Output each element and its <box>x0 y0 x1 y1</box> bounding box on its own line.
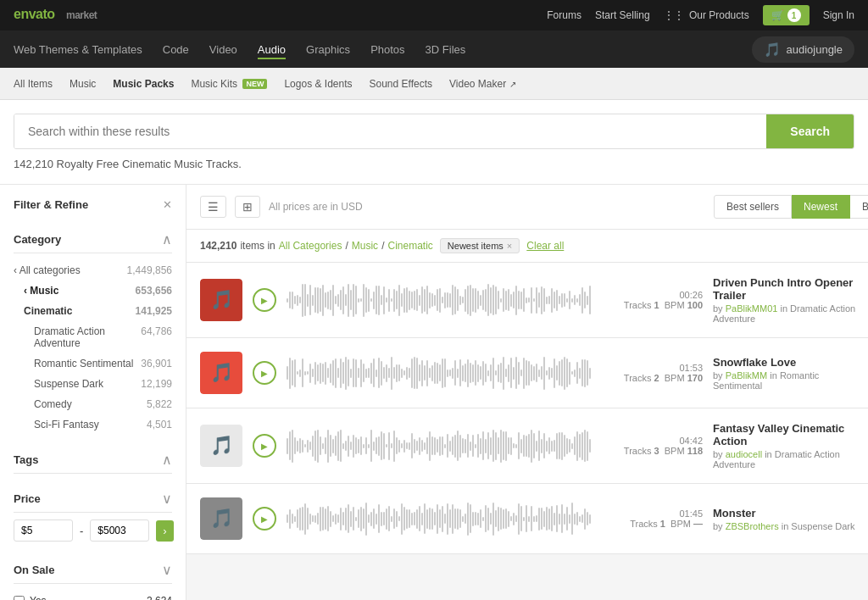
track-item: 🎵 ▶ 01:45 Tracks 1 BPM — Monster by ZBSB… <box>186 484 868 554</box>
track-meta: 04:42 Tracks 3 BPM 118 <box>601 436 703 456</box>
subnav-music[interactable]: Music <box>70 78 96 90</box>
grid-dots-icon: ⋮⋮ <box>664 9 684 21</box>
subnav-logos[interactable]: Logos & Idents <box>284 78 352 90</box>
price-min-input[interactable] <box>14 519 73 542</box>
track-item: 🎵 ▶ 00:26 Tracks 1 BPM 100 Driven Punch … <box>186 263 868 338</box>
sort-newest[interactable]: Newest <box>792 195 850 219</box>
logo-text: envato market <box>14 4 115 27</box>
svg-text:🎵: 🎵 <box>210 507 234 530</box>
on-sale-toggle[interactable]: ∨ <box>162 562 172 578</box>
price-max-input[interactable] <box>90 519 149 542</box>
price-toggle[interactable]: ∨ <box>162 491 172 507</box>
main-nav: Web Themes & Templates Code Video Audio … <box>0 31 868 68</box>
category-dramatic-count: 64,786 <box>141 325 172 349</box>
nav-graphics[interactable]: Graphics <box>306 40 350 59</box>
category-scifi[interactable]: Sci-Fi Fantasy 4,501 <box>14 414 172 435</box>
category-comedy[interactable]: Comedy 5,822 <box>14 394 172 414</box>
sort-best-rated[interactable]: Best rated <box>850 195 868 219</box>
price-title: Price <box>14 492 41 505</box>
play-button[interactable]: ▶ <box>253 288 276 312</box>
nav-video[interactable]: Video <box>209 40 237 59</box>
logo[interactable]: envato market <box>14 4 115 27</box>
audiojungle-label: audiojungle <box>786 43 843 56</box>
track-meta: 00:26 Tracks 1 BPM 100 <box>601 290 703 310</box>
forums-link[interactable]: Forums <box>547 9 581 21</box>
track-author-link[interactable]: PaBlikMM01 <box>726 303 778 314</box>
tags-toggle[interactable]: ∧ <box>162 452 172 468</box>
sign-in-button[interactable]: Sign In <box>823 9 854 21</box>
grid-view-button[interactable]: ⊞ <box>235 196 260 218</box>
category-list: ‹ All categories 1,449,856 ‹ Music 653,6… <box>14 260 172 435</box>
nav-web-themes[interactable]: Web Themes & Templates <box>14 40 142 59</box>
subnav-all-items[interactable]: All Items <box>14 78 53 90</box>
subnav-video-maker[interactable]: Video Maker ↗ <box>449 78 516 90</box>
subnav-music-packs[interactable]: Music Packs <box>113 78 174 90</box>
track-author-link[interactable]: PaBlikMM <box>726 370 768 381</box>
search-input[interactable] <box>14 114 766 148</box>
on-sale-yes-label: Yes <box>30 595 47 600</box>
category-suspense[interactable]: Suspense Dark 12,199 <box>14 374 172 394</box>
track-tracks-bpm: Tracks 1 BPM — <box>601 519 703 529</box>
breadcrumb-sep2: / <box>381 240 384 252</box>
nav-code[interactable]: Code <box>163 40 189 59</box>
track-thumbnail: 🎵 <box>200 425 242 467</box>
svg-text:🎵: 🎵 <box>210 288 234 311</box>
breadcrumb-all-categories[interactable]: All Categories <box>279 240 342 252</box>
category-music[interactable]: ‹ Music 653,656 <box>14 281 172 301</box>
category-cinematic[interactable]: Cinematic 141,925 <box>14 301 172 321</box>
nav-photos[interactable]: Photos <box>370 40 404 59</box>
category-dramatic[interactable]: Dramatic Action Adventure 64,786 <box>14 321 172 353</box>
category-music-count: 653,656 <box>136 285 172 297</box>
play-button[interactable]: ▶ <box>253 434 276 458</box>
clear-all-button[interactable]: Clear all <box>526 240 564 252</box>
breadcrumb-count: 142,210 <box>200 240 236 252</box>
play-button[interactable]: ▶ <box>253 361 276 385</box>
breadcrumb-music[interactable]: Music <box>352 240 378 252</box>
track-author-link[interactable]: ZBSBrothers <box>726 521 779 531</box>
cart-icon: 🛒 <box>771 9 784 21</box>
start-selling-link[interactable]: Start Selling <box>595 9 650 21</box>
list-view-button[interactable]: ☰ <box>200 196 226 218</box>
category-toggle[interactable]: ∧ <box>162 231 172 247</box>
track-title-link[interactable]: Driven Punch Intro Opener Trailer <box>713 276 853 302</box>
on-sale-checkbox[interactable] <box>14 596 25 601</box>
track-author: by PaBlikMM in Romantic Sentimental <box>713 370 865 391</box>
top-bar-right: Forums Start Selling ⋮⋮ Our Products 🛒 1… <box>547 5 854 25</box>
play-button[interactable]: ▶ <box>253 507 276 531</box>
category-scifi-label: Sci-Fi Fantasy <box>34 419 99 431</box>
sort-best-sellers[interactable]: Best sellers <box>714 195 792 219</box>
sort-bar: ☰ ⊞ All prices are in USD Best sellers N… <box>186 185 868 230</box>
track-title-link[interactable]: Fantasy Valley Cinematic Action <box>713 422 844 447</box>
waveform <box>287 425 591 467</box>
waveform <box>287 497 591 540</box>
category-romantic[interactable]: Romantic Sentimental 36,901 <box>14 353 172 374</box>
filter-header: Filter & Refine ✕ <box>14 198 172 211</box>
price-apply-button[interactable]: › <box>156 520 173 542</box>
our-products-link[interactable]: ⋮⋮ Our Products <box>664 9 749 21</box>
category-dramatic-label: Dramatic Action Adventure <box>34 325 141 349</box>
breadcrumb-items-label: items in <box>240 240 275 252</box>
on-sale-title: On Sale <box>14 564 54 576</box>
breadcrumb-cinematic[interactable]: Cinematic <box>387 240 432 252</box>
track-item: 🎵 ▶ 04:42 Tracks 3 BPM 118 Fantasy Valle… <box>186 408 868 484</box>
cart-button[interactable]: 🛒 1 <box>763 5 810 25</box>
subnav-sound-effects[interactable]: Sound Effects <box>370 78 433 90</box>
category-music-label: ‹ Music <box>24 285 58 297</box>
on-sale-yes: Yes 2,634 <box>14 591 172 600</box>
nav-audio[interactable]: Audio <box>258 40 286 59</box>
track-title-link[interactable]: Snowflake Love <box>713 356 796 369</box>
track-thumbnail: 🎵 <box>200 497 242 540</box>
svg-text:envato: envato <box>14 7 55 21</box>
category-all[interactable]: ‹ All categories 1,449,856 <box>14 260 172 281</box>
search-button[interactable]: Search <box>766 114 854 148</box>
filter-close-button[interactable]: ✕ <box>163 198 172 211</box>
track-info: Monster by ZBSBrothers in Suspense Dark <box>713 507 865 531</box>
category-romantic-count: 36,901 <box>141 358 172 369</box>
nav-3d-files[interactable]: 3D Files <box>426 40 466 59</box>
remove-filter-button[interactable]: × <box>507 241 512 251</box>
track-author-link[interactable]: audiocell <box>726 449 762 459</box>
track-item: 🎵 ▶ 01:53 Tracks 2 BPM 170 Snowflake Lov… <box>186 338 868 408</box>
track-info: Snowflake Love by PaBlikMM in Romantic S… <box>713 356 865 391</box>
track-title-link[interactable]: Monster <box>713 507 756 519</box>
subnav-music-kits[interactable]: Music Kits NEW <box>191 78 267 90</box>
